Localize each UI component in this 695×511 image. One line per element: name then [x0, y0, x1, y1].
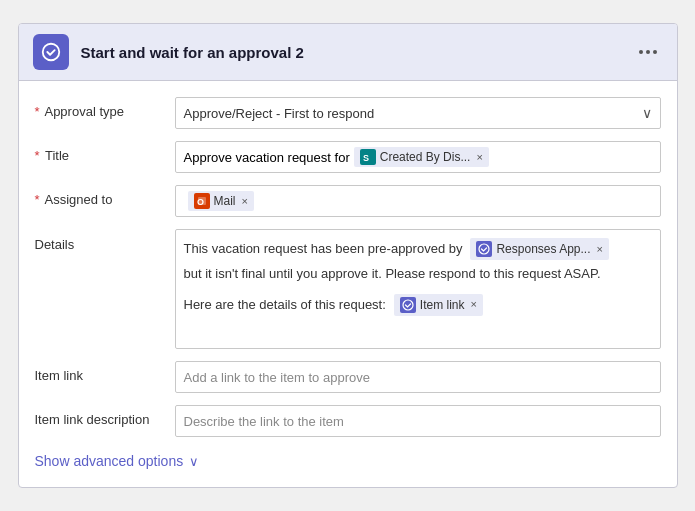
title-tag: S Created By Dis... ×	[354, 147, 489, 167]
assigned-to-field[interactable]: O Mail ×	[175, 185, 661, 217]
item-link-desc-field[interactable]: Describe the link to the item	[175, 405, 661, 437]
title-label: * Title	[35, 141, 175, 163]
approval-type-row: * Approval type Approve/Reject - First t…	[19, 91, 677, 135]
item-link-placeholder: Add a link to the item to approve	[184, 370, 370, 385]
card-title: Start and wait for an approval 2	[81, 44, 633, 61]
svg-point-4	[479, 244, 489, 254]
card-header-icon	[33, 34, 69, 70]
approval-card: Start and wait for an approval 2 * Appro…	[18, 23, 678, 488]
chevron-down-icon: ∨	[642, 105, 652, 121]
title-prefix-text: Approve vacation request for	[184, 150, 350, 165]
item-link-field[interactable]: Add a link to the item to approve	[175, 361, 661, 393]
details-text3: Here are the details of this request:	[184, 295, 386, 315]
office-icon: O	[194, 193, 210, 209]
show-advanced-label: Show advanced options	[35, 453, 184, 469]
card-header: Start and wait for an approval 2	[19, 24, 677, 81]
required-star: *	[35, 192, 40, 207]
title-row: * Title Approve vacation request for S C…	[19, 135, 677, 179]
assigned-to-row: * Assigned to O Mail ×	[19, 179, 677, 223]
approval-type-value: Approve/Reject - First to respond	[184, 106, 375, 121]
details-tag2-close[interactable]: ×	[471, 296, 477, 313]
details-tag1-label: Responses App...	[496, 240, 590, 258]
assigned-to-tag-close[interactable]: ×	[242, 195, 248, 207]
details-row: Details This vacation request has been p…	[19, 223, 677, 355]
details-tag1-close[interactable]: ×	[597, 241, 603, 258]
approval-icon2	[400, 297, 416, 313]
approval-type-dropdown[interactable]: Approve/Reject - First to respond ∨	[175, 97, 661, 129]
item-link-desc-placeholder: Describe the link to the item	[184, 414, 344, 429]
required-star: *	[35, 104, 40, 119]
approval-icon	[476, 241, 492, 257]
details-label: Details	[35, 229, 175, 252]
approval-type-label: * Approval type	[35, 97, 175, 119]
details-text1: This vacation request has been pre-appro…	[184, 239, 463, 259]
title-tag-label: Created By Dis...	[380, 150, 471, 164]
details-field[interactable]: This vacation request has been pre-appro…	[175, 229, 661, 349]
item-link-label: Item link	[35, 361, 175, 383]
required-star: *	[35, 148, 40, 163]
svg-text:S: S	[363, 153, 369, 163]
show-advanced-button[interactable]: Show advanced options ∨	[19, 445, 677, 477]
title-field[interactable]: Approve vacation request for S Created B…	[175, 141, 661, 173]
sharepoint-icon: S	[360, 149, 376, 165]
details-line3: Here are the details of this request: It…	[184, 294, 652, 316]
details-line1: This vacation request has been pre-appro…	[184, 238, 652, 260]
title-tag-close[interactable]: ×	[476, 151, 482, 163]
assigned-to-tag-label: Mail	[214, 194, 236, 208]
item-link-desc-row: Item link description Describe the link …	[19, 399, 677, 443]
details-tag2-label: Item link	[420, 296, 465, 314]
more-options-button[interactable]	[633, 46, 663, 58]
details-tag2: Item link ×	[394, 294, 483, 316]
item-link-desc-label: Item link description	[35, 405, 175, 427]
assigned-to-label: * Assigned to	[35, 185, 175, 207]
card-body: * Approval type Approve/Reject - First t…	[19, 81, 677, 487]
svg-point-0	[42, 44, 59, 61]
details-text2: but it isn't final until you approve it.…	[184, 264, 652, 284]
details-tag1: Responses App... ×	[470, 238, 609, 260]
svg-point-5	[403, 300, 413, 310]
item-link-row: Item link Add a link to the item to appr…	[19, 355, 677, 399]
svg-text:O: O	[197, 197, 204, 207]
assigned-to-tag: O Mail ×	[188, 191, 254, 211]
chevron-down-icon: ∨	[189, 454, 199, 469]
